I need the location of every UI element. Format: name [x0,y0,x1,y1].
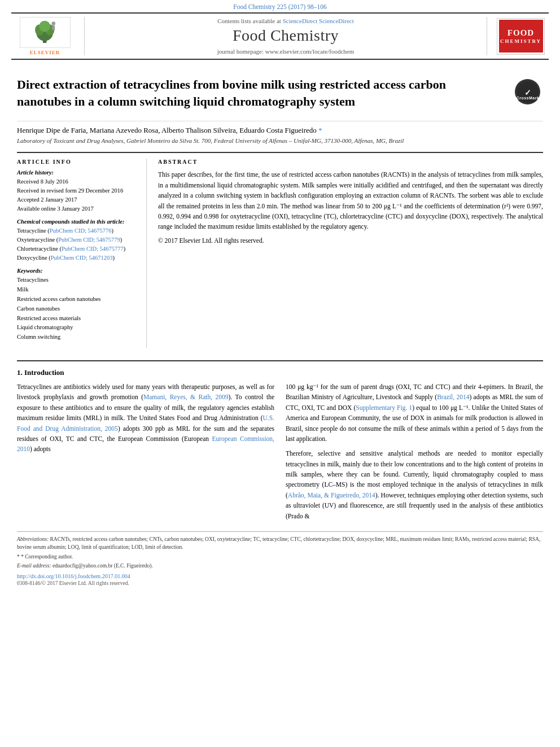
email-name: (E.C. Figueiredo). [114,563,153,569]
mamani-ref[interactable]: Mamani, Reyes, & Rath, 2009 [143,394,229,400]
article-title: Direct extraction of tetracyclines from … [17,76,543,110]
authors-text: Henrique Dipe de Faria, Mariana Azevedo … [17,126,317,134]
corresponding-star-icon: * [318,126,322,134]
abstract-header: ABSTRACT [158,159,543,165]
revised-date: Received in revised form 29 December 201… [17,186,136,195]
svg-rect-6 [52,25,55,30]
article-info-header: ARTICLE INFO [17,159,136,165]
elsevier-logo-area: ELSEVIER [11,17,85,55]
supp-fig-ref[interactable]: Supplementary Fig. 1 [356,404,412,411]
food-chemistry-logo-area: FOOD CHEMISTRY [487,17,549,55]
svg-point-5 [51,21,55,25]
food-logo-line2: CHEMISTRY [500,38,541,44]
crossmark-icon: ✓ CrossMark [515,79,540,104]
email-label-text: E-mail address: [17,563,51,569]
corresponding-text: * Corresponding author. [21,554,73,560]
food-chem-logo: FOOD CHEMISTRY [499,20,543,53]
keywords-list: Tetracyclines Milk Restricted access car… [17,276,136,342]
email-link[interactable]: eduardocfig@yahoo.com.br [53,563,112,569]
doi-bottom-area: http://dx.doi.org/10.1016/j.foodchem.201… [17,573,543,586]
corresponding-note: * * Corresponding author. [17,553,543,561]
keyword-6: Liquid chromatography [17,323,136,333]
svg-text:CrossMark: CrossMark [517,96,539,100]
journal-homepage: journal homepage: www.elsevier.com/locat… [217,48,354,55]
contents-available: Contents lists available at ScienceDirec… [217,18,354,24]
journal-center-info: Contents lists available at ScienceDirec… [85,17,487,55]
journal-title: Food Chemistry [233,27,339,45]
doi-bar: Food Chemistry 225 (2017) 98–106 [0,0,560,12]
eu-commission-ref[interactable]: European Commission, 2010 [17,435,274,452]
keyword-3: Restricted access carbon nanotubes [17,295,136,304]
abbrev-text: RACNTs, restricted access carbon nanotub… [17,536,540,550]
keyword-1: Tetracyclines [17,276,136,285]
article-info-column: ARTICLE INFO Article history: Received 8… [17,159,147,348]
food-logo-line1: FOOD [508,28,534,38]
keyword-5: Restricted access materials [17,314,136,324]
keyword-2: Milk [17,285,136,295]
intro-heading: 1. Introduction [17,368,543,377]
sciencedirect-link[interactable]: ScienceDirect [283,18,318,24]
introduction-section: 1. Introduction Tetracyclines are antibi… [17,360,543,526]
copyright-bottom: 0308-8146/© 2017 Elsevier Ltd. All right… [17,580,543,586]
history-label: Article history: [17,169,136,176]
email-line: E-mail address: eduardocfig@yahoo.com.br… [17,562,543,570]
abstract-column: ABSTRACT This paper describes, for the f… [147,159,543,348]
intro-para-1: Tetracyclines are antibiotics widely use… [17,382,274,455]
keywords-section: Keywords: Tetracyclines Milk Restricted … [17,268,136,342]
abstract-copyright: © 2017 Elsevier Ltd. All rights reserved… [158,235,543,246]
compound-4: Doxycycline (PubChem CID; 54671203) [17,255,115,261]
abbrev-label: Abbreviations: [17,536,49,542]
chemical-compounds: Chemical compounds studied in this artic… [17,219,136,262]
doi-link[interactable]: http://dx.doi.org/10.1016/j.foodchem.201… [17,573,543,579]
intro-para-3: Therefore, selective and sensitive analy… [286,448,543,521]
elsevier-label: ELSEVIER [30,50,60,55]
authors-line: Henrique Dipe de Faria, Mariana Azevedo … [17,126,543,135]
available-date: Available online 3 January 2017 [17,204,136,213]
keyword-7: Column switching [17,333,136,342]
keywords-label: Keywords: [17,268,136,274]
abrao-ref[interactable]: Abrão, Maia, & Figueiredo, 2014 [288,492,375,499]
article-info-abstract-section: ARTICLE INFO Article history: Received 8… [17,152,543,348]
intro-two-col: Tetracyclines are antibiotics widely use… [17,382,543,526]
compounds-label: Chemical compounds studied in this artic… [17,219,136,225]
journal-header: ELSEVIER Contents lists available at Sci… [11,12,549,60]
keyword-4: Carbon nanotubes [17,304,136,314]
svg-point-4 [39,21,50,32]
crossmark-badge[interactable]: ✓ CrossMark [512,76,543,107]
journal-citation: Food Chemistry 225 (2017) 98–106 [233,3,326,10]
intro-col-left: Tetracyclines are antibiotics widely use… [17,382,274,526]
affiliation: Laboratory of Toxicant and Drug Analyses… [17,137,543,144]
abbreviations-line: Abbreviations: RACNTs, restricted access… [17,535,543,552]
abstract-text: This paper describes, for the first time… [158,169,543,231]
compound-2: Oxytetracycline (PubChem CID; 54675779) [17,237,122,243]
article-history: Article history: Received 8 July 2016 Re… [17,169,136,213]
brazil-ref[interactable]: Brazil, 2014 [437,394,469,400]
intro-col-right: 100 μg kg⁻¹ for the sum of parent drugs … [286,382,543,526]
footnotes: Abbreviations: RACNTs, restricted access… [17,531,543,570]
compound-3: Chlortetracycline (PubChem CID; 54675777… [17,246,125,252]
intro-para-2: 100 μg kg⁻¹ for the sum of parent drugs … [286,382,543,444]
received-date: Received 8 July 2016 [17,177,136,186]
compound-1: Tetracycline (PubChem CID; 54675776) [17,228,113,234]
usda-ref[interactable]: U.S. Food and Drug Administration, 2005 [17,414,274,431]
accepted-date: Accepted 2 January 2017 [17,195,136,204]
